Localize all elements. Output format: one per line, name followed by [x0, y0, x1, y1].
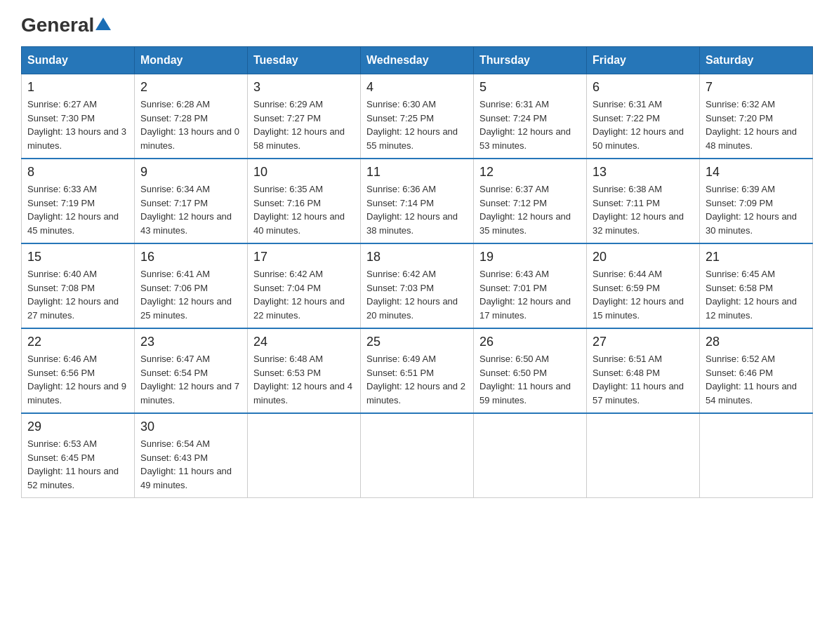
calendar-day-cell: 25 Sunrise: 6:49 AM Sunset: 6:51 PM Dayl…: [361, 328, 474, 413]
day-number: 27: [593, 335, 694, 349]
day-info: Sunrise: 6:33 AM Sunset: 7:19 PM Dayligh…: [27, 182, 128, 237]
calendar-day-cell: 5 Sunrise: 6:31 AM Sunset: 7:24 PM Dayli…: [474, 74, 587, 159]
day-info: Sunrise: 6:35 AM Sunset: 7:16 PM Dayligh…: [253, 182, 355, 237]
calendar-day-cell: 12 Sunrise: 6:37 AM Sunset: 7:12 PM Dayl…: [474, 159, 587, 243]
calendar-day-cell: 10 Sunrise: 6:35 AM Sunset: 7:16 PM Dayl…: [248, 159, 361, 243]
calendar-day-cell: 16 Sunrise: 6:41 AM Sunset: 7:06 PM Dayl…: [135, 243, 248, 328]
day-info: Sunrise: 6:49 AM Sunset: 6:51 PM Dayligh…: [366, 352, 468, 407]
calendar-day-cell: 27 Sunrise: 6:51 AM Sunset: 6:48 PM Dayl…: [587, 328, 700, 413]
weekday-header-wednesday: Wednesday: [361, 47, 474, 74]
calendar-day-cell: 15 Sunrise: 6:40 AM Sunset: 7:08 PM Dayl…: [22, 243, 135, 328]
day-number: 24: [253, 335, 355, 349]
calendar-day-cell: 13 Sunrise: 6:38 AM Sunset: 7:11 PM Dayl…: [587, 159, 700, 243]
day-info: Sunrise: 6:32 AM Sunset: 7:20 PM Dayligh…: [706, 98, 807, 152]
day-number: 12: [479, 165, 581, 180]
logo-general: General: [21, 14, 94, 36]
day-number: 26: [479, 335, 581, 349]
day-info: Sunrise: 6:50 AM Sunset: 6:50 PM Dayligh…: [479, 352, 581, 407]
day-number: 18: [366, 250, 468, 264]
day-info: Sunrise: 6:34 AM Sunset: 7:17 PM Dayligh…: [140, 182, 241, 237]
day-info: Sunrise: 6:30 AM Sunset: 7:25 PM Dayligh…: [366, 98, 468, 152]
calendar-day-cell: 29 Sunrise: 6:53 AM Sunset: 6:45 PM Dayl…: [22, 413, 135, 498]
day-number: 17: [253, 250, 355, 264]
day-number: 13: [593, 165, 694, 180]
calendar-day-cell: 24 Sunrise: 6:48 AM Sunset: 6:53 PM Dayl…: [248, 328, 361, 413]
day-number: 23: [140, 335, 241, 349]
calendar-day-cell: 3 Sunrise: 6:29 AM Sunset: 7:27 PM Dayli…: [248, 74, 361, 159]
calendar-day-cell: 22 Sunrise: 6:46 AM Sunset: 6:56 PM Dayl…: [22, 328, 135, 413]
day-info: Sunrise: 6:42 AM Sunset: 7:03 PM Dayligh…: [366, 267, 468, 322]
weekday-header-row: SundayMondayTuesdayWednesdayThursdayFrid…: [22, 47, 813, 74]
day-number: 8: [27, 165, 128, 180]
calendar-day-cell: 26 Sunrise: 6:50 AM Sunset: 6:50 PM Dayl…: [474, 328, 587, 413]
calendar-day-cell: 4 Sunrise: 6:30 AM Sunset: 7:25 PM Dayli…: [361, 74, 474, 159]
calendar-empty-cell: [361, 413, 474, 498]
day-info: Sunrise: 6:46 AM Sunset: 6:56 PM Dayligh…: [27, 352, 128, 407]
day-info: Sunrise: 6:42 AM Sunset: 7:04 PM Dayligh…: [253, 267, 355, 322]
day-number: 29: [27, 420, 128, 434]
calendar-day-cell: 2 Sunrise: 6:28 AM Sunset: 7:28 PM Dayli…: [135, 74, 248, 159]
day-number: 1: [27, 80, 128, 95]
logo: General: [21, 14, 111, 34]
calendar-day-cell: 23 Sunrise: 6:47 AM Sunset: 6:54 PM Dayl…: [135, 328, 248, 413]
page-header: General: [21, 14, 813, 34]
weekday-header-sunday: Sunday: [22, 47, 135, 74]
day-number: 5: [479, 80, 581, 95]
day-number: 28: [706, 335, 807, 349]
calendar-day-cell: 8 Sunrise: 6:33 AM Sunset: 7:19 PM Dayli…: [22, 159, 135, 243]
day-info: Sunrise: 6:36 AM Sunset: 7:14 PM Dayligh…: [366, 182, 468, 237]
calendar-week-row: 1 Sunrise: 6:27 AM Sunset: 7:30 PM Dayli…: [22, 74, 813, 159]
calendar-empty-cell: [587, 413, 700, 498]
calendar-day-cell: 20 Sunrise: 6:44 AM Sunset: 6:59 PM Dayl…: [587, 243, 700, 328]
calendar-table: SundayMondayTuesdayWednesdayThursdayFrid…: [21, 46, 813, 498]
day-number: 6: [593, 80, 694, 95]
weekday-header-saturday: Saturday: [700, 47, 813, 74]
calendar-week-row: 8 Sunrise: 6:33 AM Sunset: 7:19 PM Dayli…: [22, 159, 813, 243]
calendar-day-cell: 18 Sunrise: 6:42 AM Sunset: 7:03 PM Dayl…: [361, 243, 474, 328]
day-info: Sunrise: 6:29 AM Sunset: 7:27 PM Dayligh…: [253, 98, 355, 152]
day-info: Sunrise: 6:52 AM Sunset: 6:46 PM Dayligh…: [706, 352, 807, 407]
day-info: Sunrise: 6:53 AM Sunset: 6:45 PM Dayligh…: [27, 437, 128, 492]
day-info: Sunrise: 6:45 AM Sunset: 6:58 PM Dayligh…: [706, 267, 807, 322]
weekday-header-monday: Monday: [135, 47, 248, 74]
day-number: 25: [366, 335, 468, 349]
calendar-day-cell: 1 Sunrise: 6:27 AM Sunset: 7:30 PM Dayli…: [22, 74, 135, 159]
day-info: Sunrise: 6:41 AM Sunset: 7:06 PM Dayligh…: [140, 267, 241, 322]
day-info: Sunrise: 6:28 AM Sunset: 7:28 PM Dayligh…: [140, 98, 241, 152]
day-info: Sunrise: 6:54 AM Sunset: 6:43 PM Dayligh…: [140, 437, 241, 492]
svg-marker-0: [95, 18, 111, 30]
calendar-day-cell: 11 Sunrise: 6:36 AM Sunset: 7:14 PM Dayl…: [361, 159, 474, 243]
calendar-day-cell: 17 Sunrise: 6:42 AM Sunset: 7:04 PM Dayl…: [248, 243, 361, 328]
day-info: Sunrise: 6:40 AM Sunset: 7:08 PM Dayligh…: [27, 267, 128, 322]
calendar-week-row: 15 Sunrise: 6:40 AM Sunset: 7:08 PM Dayl…: [22, 243, 813, 328]
day-info: Sunrise: 6:51 AM Sunset: 6:48 PM Dayligh…: [593, 352, 694, 407]
day-number: 2: [140, 80, 241, 95]
calendar-day-cell: 30 Sunrise: 6:54 AM Sunset: 6:43 PM Dayl…: [135, 413, 248, 498]
day-info: Sunrise: 6:47 AM Sunset: 6:54 PM Dayligh…: [140, 352, 241, 407]
calendar-week-row: 29 Sunrise: 6:53 AM Sunset: 6:45 PM Dayl…: [22, 413, 813, 498]
day-info: Sunrise: 6:37 AM Sunset: 7:12 PM Dayligh…: [479, 182, 581, 237]
weekday-header-tuesday: Tuesday: [248, 47, 361, 74]
calendar-week-row: 22 Sunrise: 6:46 AM Sunset: 6:56 PM Dayl…: [22, 328, 813, 413]
calendar-empty-cell: [474, 413, 587, 498]
day-info: Sunrise: 6:38 AM Sunset: 7:11 PM Dayligh…: [593, 182, 694, 237]
day-number: 16: [140, 250, 241, 264]
calendar-day-cell: 9 Sunrise: 6:34 AM Sunset: 7:17 PM Dayli…: [135, 159, 248, 243]
day-number: 21: [706, 250, 807, 264]
day-number: 20: [593, 250, 694, 264]
day-info: Sunrise: 6:48 AM Sunset: 6:53 PM Dayligh…: [253, 352, 355, 407]
day-info: Sunrise: 6:44 AM Sunset: 6:59 PM Dayligh…: [593, 267, 694, 322]
logo-text: General: [21, 14, 111, 36]
day-number: 14: [706, 165, 807, 180]
day-info: Sunrise: 6:31 AM Sunset: 7:24 PM Dayligh…: [479, 98, 581, 152]
calendar-day-cell: 14 Sunrise: 6:39 AM Sunset: 7:09 PM Dayl…: [700, 159, 813, 243]
day-info: Sunrise: 6:39 AM Sunset: 7:09 PM Dayligh…: [706, 182, 807, 237]
calendar-day-cell: 6 Sunrise: 6:31 AM Sunset: 7:22 PM Dayli…: [587, 74, 700, 159]
day-number: 9: [140, 165, 241, 180]
calendar-day-cell: 21 Sunrise: 6:45 AM Sunset: 6:58 PM Dayl…: [700, 243, 813, 328]
calendar-empty-cell: [700, 413, 813, 498]
day-number: 10: [253, 165, 355, 180]
calendar-day-cell: 19 Sunrise: 6:43 AM Sunset: 7:01 PM Dayl…: [474, 243, 587, 328]
day-number: 4: [366, 80, 468, 95]
day-info: Sunrise: 6:31 AM Sunset: 7:22 PM Dayligh…: [593, 98, 694, 152]
